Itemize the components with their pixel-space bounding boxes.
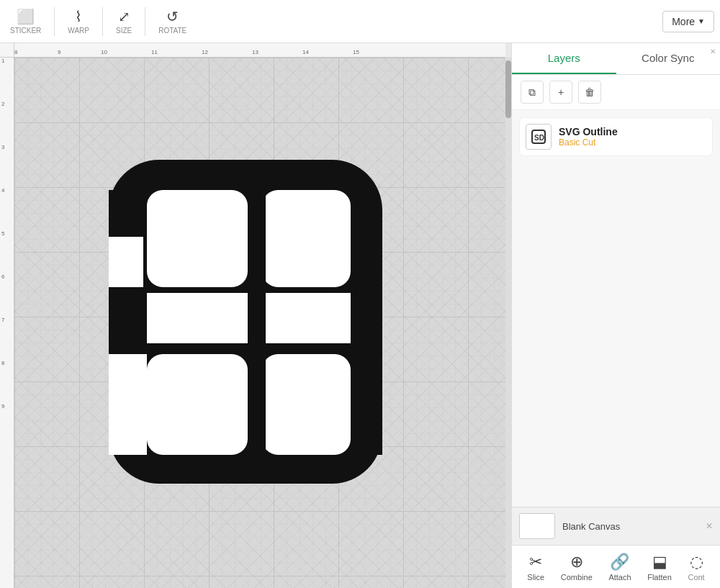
add-icon: + bbox=[558, 86, 564, 98]
duplicate-icon: ⧉ bbox=[528, 86, 536, 99]
blank-canvas-thumbnail bbox=[519, 513, 555, 539]
svg-text:SD: SD bbox=[534, 134, 544, 142]
main-area: 8 9 10 11 12 13 14 15 1 2 3 4 5 6 7 8 9 bbox=[0, 43, 720, 588]
panel-toolbar: ⧉ + 🗑 bbox=[512, 75, 720, 110]
color-sync-tab-label: Color Sync bbox=[642, 52, 694, 64]
ruler-tick-12: 12 bbox=[202, 49, 208, 55]
top-toolbar: ⬜ Sticker ⌇ Warp ⤢ Size ↺ Rotate More ▼ bbox=[0, 0, 720, 43]
contour-button[interactable]: ◌ Cont bbox=[680, 548, 711, 586]
panel-tabs: Layers Color Sync ✕ bbox=[512, 43, 720, 75]
blank-canvas-close-icon[interactable]: ✕ bbox=[706, 521, 713, 531]
ruler-corner bbox=[0, 43, 14, 58]
layer-name: SVG Outline bbox=[559, 126, 706, 137]
layers-tab-label: Layers bbox=[548, 52, 580, 64]
divider-1 bbox=[54, 7, 55, 36]
ruler-tick-13: 13 bbox=[252, 49, 258, 55]
slice-label: Slice bbox=[527, 573, 544, 582]
warp-label: Warp bbox=[68, 27, 89, 35]
tab-color-sync[interactable]: Color Sync ✕ bbox=[616, 43, 721, 74]
layer-item-svg-outline[interactable]: SD SVG Outline Basic Cut bbox=[519, 117, 713, 156]
sticker-icon: ⬜ bbox=[17, 8, 35, 25]
right-panel: Layers Color Sync ✕ ⧉ + 🗑 bbox=[511, 43, 720, 588]
contour-label: Cont bbox=[688, 573, 704, 582]
canvas-area[interactable]: 8 9 10 11 12 13 14 15 1 2 3 4 5 6 7 8 9 bbox=[0, 43, 511, 588]
size-icon: ⤢ bbox=[118, 8, 130, 25]
attach-label: Attach bbox=[608, 573, 631, 582]
ruler-tick-14: 14 bbox=[302, 49, 309, 55]
flatten-button[interactable]: ⬓ Flatten bbox=[640, 548, 679, 586]
layers-panel-content: SD SVG Outline Basic Cut bbox=[512, 110, 720, 507]
svg-rect-9 bbox=[248, 160, 266, 484]
svg-rect-12 bbox=[109, 354, 147, 455]
ruler-tick-11: 11 bbox=[151, 49, 158, 55]
sticker-label: Sticker bbox=[10, 27, 41, 35]
svg-rect-4 bbox=[262, 354, 351, 455]
ruler-tick-15: 15 bbox=[353, 49, 359, 55]
bottom-toolbar: ✂ Slice ⊕ Combine 🔗 Attach ⬓ Flatten ◌ C… bbox=[512, 545, 720, 588]
ruler-vertical: 1 2 3 4 5 6 7 8 9 bbox=[0, 58, 14, 588]
trash-icon: 🗑 bbox=[585, 86, 595, 98]
vertical-scrollbar[interactable] bbox=[505, 58, 511, 588]
rotate-tool[interactable]: ↺ Rotate bbox=[154, 8, 191, 35]
combine-button[interactable]: ⊕ Combine bbox=[554, 548, 600, 586]
svg-rect-6 bbox=[147, 293, 248, 343]
ruler-horizontal: 8 9 10 11 12 13 14 15 bbox=[14, 43, 505, 58]
contour-icon: ◌ bbox=[690, 553, 703, 571]
warp-tool[interactable]: ⌇ Warp bbox=[63, 8, 94, 35]
scrollbar-thumb[interactable] bbox=[505, 60, 511, 118]
flatten-icon: ⬓ bbox=[652, 553, 667, 571]
layer-sub: Basic Cut bbox=[559, 137, 706, 148]
size-tool[interactable]: ⤢ Size bbox=[112, 8, 136, 35]
ruler-tick-10: 10 bbox=[101, 49, 107, 55]
divider-3 bbox=[145, 7, 145, 36]
more-button[interactable]: More ▼ bbox=[662, 11, 714, 32]
canvas-grid[interactable] bbox=[14, 58, 505, 588]
warp-icon: ⌇ bbox=[75, 8, 82, 25]
sticker-tool[interactable]: ⬜ Sticker bbox=[6, 8, 45, 35]
blank-canvas-row: Blank Canvas ✕ bbox=[512, 507, 720, 545]
blank-canvas-label: Blank Canvas bbox=[562, 521, 620, 532]
sd-logo[interactable] bbox=[84, 138, 408, 508]
slice-icon: ✂ bbox=[529, 553, 542, 571]
more-label: More bbox=[672, 16, 695, 27]
color-sync-close-icon[interactable]: ✕ bbox=[710, 48, 716, 55]
rotate-icon: ↺ bbox=[166, 8, 179, 25]
svg-rect-7 bbox=[262, 293, 351, 343]
attach-button[interactable]: 🔗 Attach bbox=[601, 548, 638, 586]
svg-rect-11 bbox=[109, 287, 147, 349]
slice-button[interactable]: ✂ Slice bbox=[520, 548, 552, 586]
duplicate-layer-button[interactable]: ⧉ bbox=[521, 81, 544, 104]
svg-rect-1 bbox=[147, 190, 248, 287]
ruler-tick-9: 9 bbox=[58, 49, 60, 55]
combine-icon: ⊕ bbox=[570, 553, 583, 571]
combine-label: Combine bbox=[561, 573, 593, 582]
svg-rect-2 bbox=[262, 190, 351, 287]
divider-2 bbox=[102, 7, 103, 36]
rotate-label: Rotate bbox=[158, 27, 186, 35]
attach-icon: 🔗 bbox=[610, 553, 629, 571]
layer-info: SVG Outline Basic Cut bbox=[559, 126, 706, 148]
svg-rect-10 bbox=[109, 190, 147, 237]
size-label: Size bbox=[116, 27, 132, 35]
svg-rect-3 bbox=[147, 354, 248, 455]
delete-layer-button[interactable]: 🗑 bbox=[578, 81, 601, 104]
tab-layers[interactable]: Layers bbox=[512, 43, 616, 74]
add-layer-button[interactable]: + bbox=[549, 81, 572, 104]
flatten-label: Flatten bbox=[647, 573, 672, 582]
ruler-tick-8: 8 bbox=[14, 49, 17, 55]
chevron-down-icon: ▼ bbox=[698, 17, 705, 25]
layer-thumbnail: SD bbox=[526, 124, 552, 150]
svg-rect-13 bbox=[351, 354, 382, 455]
